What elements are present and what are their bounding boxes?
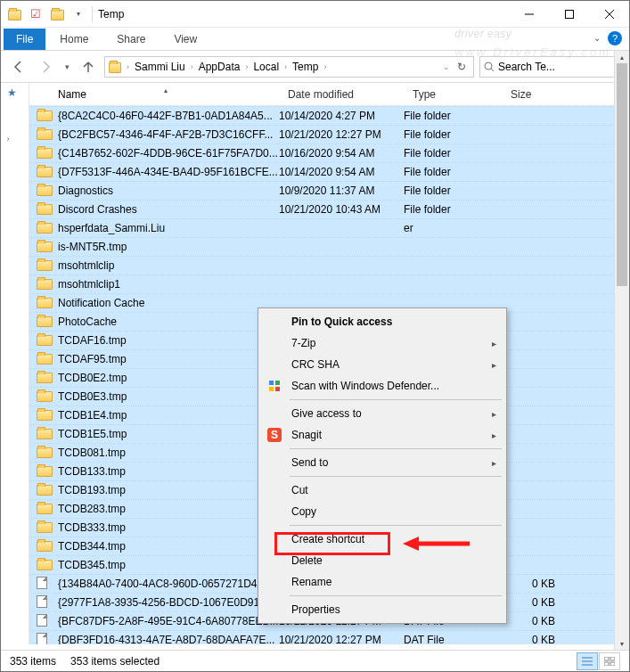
help-icon[interactable]: ? [608,31,622,45]
menu-properties[interactable]: Properties [261,599,503,620]
svg-rect-20 [610,662,615,666]
scroll-up-icon[interactable]: ▴ [615,51,629,63]
qat-dropdown-icon[interactable]: ▾ [70,6,86,22]
file-date: 10/21/2020 12:27 PM [279,634,404,644]
tab-share[interactable]: Share [102,29,160,50]
menu-create-shortcut[interactable]: Create shortcut [261,529,503,550]
svg-rect-1 [565,10,573,18]
recent-dropdown-icon[interactable]: ▾ [61,56,72,78]
ribbon-expand-icon[interactable]: ⌄ [593,33,601,43]
svg-rect-7 [275,381,280,385]
maximize-button[interactable] [549,1,589,28]
menu-snagit[interactable]: SSnagit▸ [261,424,503,446]
chevron-right-icon[interactable]: › [243,62,250,71]
table-row[interactable]: {D7F5313F-446A-434E-BA4D-95F161BCFE...10… [29,162,629,181]
folder-icon [37,296,53,310]
folder-icon [37,464,53,479]
table-row[interactable]: Diagnostics10/9/2020 11:37 AMFile folder [29,181,629,200]
menu-give-access-to[interactable]: Give access to▸ [261,403,503,424]
menu-send-to[interactable]: Send to▸ [261,452,503,473]
folder-icon [37,240,53,254]
table-row[interactable]: is-MNT5R.tmp [29,237,629,256]
file-name: {BC2FBC57-4346-4F4F-AF2B-7D3C16CFF... [58,128,279,141]
menu-crc-sha[interactable]: CRC SHA▸ [261,354,503,375]
up-button[interactable] [78,56,99,78]
table-row[interactable]: hsperfdata_Sammi.Liuer [29,218,629,237]
file-name: TCDB133.tmp [58,465,279,478]
window-title: Temp [93,8,509,20]
breadcrumb[interactable]: › Sammi Liu › AppData › Local › Temp › ⌄… [104,56,474,78]
table-row[interactable]: {8CA2C4C0-46F0-442F-B7B1-0AD1A84A5...10/… [29,106,629,125]
navigation-pane[interactable]: ★ › [1,83,29,644]
table-row[interactable]: Discord Crashes10/21/2020 10:43 AMFile f… [29,200,629,218]
folder-icon [37,315,53,329]
folder-icon [37,221,53,235]
chevron-right-icon[interactable]: › [125,62,131,71]
chevron-right-icon[interactable]: › [189,62,195,71]
breadcrumb-item[interactable]: Sammi Liu [133,61,187,73]
file-name: {C14B7652-602F-4DDB-96CE-61F75FA7D0... [58,147,279,160]
table-row[interactable]: {C14B7652-602F-4DDB-96CE-61F75FA7D0...10… [29,143,629,162]
file-date: 10/16/2020 9:54 AM [279,147,404,160]
minimize-button[interactable] [509,1,549,28]
close-button[interactable] [589,1,629,28]
table-row[interactable]: msohtmlclip [29,256,629,275]
qat-properties-icon[interactable]: ☑ [28,6,44,22]
menu-delete[interactable]: Delete [261,550,503,571]
quick-access-icon[interactable]: ★ [7,86,23,102]
svg-rect-8 [269,387,274,391]
file-tab[interactable]: File [4,29,45,50]
forward-button[interactable] [35,56,56,78]
column-size[interactable]: Size [503,88,566,101]
menu-copy[interactable]: Copy [261,501,503,522]
menu-windows-defender[interactable]: Scan with Windows Defender... [261,375,503,397]
column-name[interactable]: ▴Name [51,88,281,101]
tab-view[interactable]: View [160,29,211,50]
svg-rect-6 [269,381,274,385]
scroll-down-icon[interactable]: ▾ [615,637,629,650]
shield-icon [266,378,282,394]
menu-7zip[interactable]: 7-Zip▸ [261,332,503,354]
file-date: 10/21/2020 10:43 AM [279,203,404,216]
tab-home[interactable]: Home [45,29,102,50]
chevron-right-icon[interactable]: › [282,62,289,71]
back-button[interactable] [8,56,29,78]
folder-icon [49,6,65,22]
menu-cut[interactable]: Cut [261,479,503,501]
folder-icon [37,502,53,516]
search-input[interactable]: Search Te... [479,56,622,78]
file-icon [37,614,53,628]
file-name: TCDB0E3.tmp [58,390,279,403]
table-row[interactable]: {DBF3FD16-4313-4A7E-A8D7-68DAAFA7E...10/… [29,630,629,644]
file-type: File folder [404,203,502,216]
column-date[interactable]: Date modified [281,88,405,101]
file-type: er [404,222,502,234]
chevron-right-icon: ▸ [492,430,496,440]
svg-point-4 [485,62,492,70]
breadcrumb-item[interactable]: Local [251,61,281,73]
chevron-down-icon[interactable]: ⌄ [441,62,452,71]
table-row[interactable]: msohtmlclip1 [29,275,629,293]
breadcrumb-item[interactable]: AppData [197,61,242,73]
menu-pin-to-quick-access[interactable]: Pin to Quick access [261,311,503,332]
svg-rect-17 [604,657,609,660]
column-type[interactable]: Type [405,88,503,101]
file-date: 10/14/2020 4:27 PM [279,110,404,122]
scrollbar-thumb[interactable] [617,63,627,286]
folder-icon [37,539,53,553]
file-name: TCDB0E2.tmp [58,372,279,384]
file-name: Discord Crashes [58,203,279,216]
table-row[interactable]: {BC2FBC57-4346-4F4F-AF2B-7D3C16CFF...10/… [29,125,629,143]
vertical-scrollbar[interactable]: ▴ ▾ [614,51,629,650]
sidebar-collapse-icon[interactable]: › [7,135,23,151]
refresh-icon[interactable]: ↻ [454,61,470,73]
breadcrumb-item[interactable]: Temp [290,61,320,73]
menu-rename[interactable]: Rename [261,571,503,593]
details-view-button[interactable] [577,652,598,670]
chevron-right-icon[interactable]: › [322,62,328,71]
thumbnails-view-button[interactable] [599,652,620,670]
file-name: msohtmlclip1 [58,278,279,291]
file-name: TCDB345.tmp [58,559,279,571]
status-bar: 353 items 353 items selected [1,650,629,671]
chevron-right-icon: ▸ [492,458,496,468]
